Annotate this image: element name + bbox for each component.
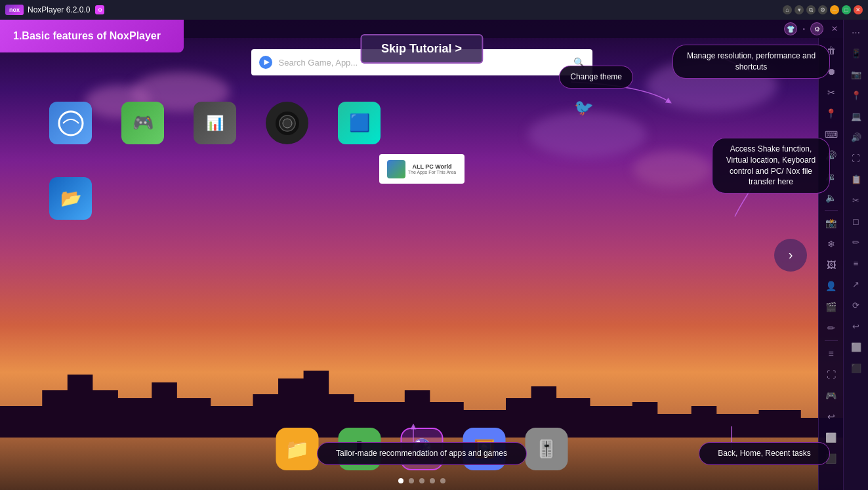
outer-cut-icon[interactable]: ✂ [846, 190, 866, 210]
sidebar-undo-icon[interactable]: ↩ [821, 407, 841, 426]
tutorial-banner: 1.Basic features of NoxPlayer [0, 20, 184, 52]
close-emulator-x[interactable]: ✕ [831, 24, 838, 33]
tooltip-change-theme-text: Change theme [570, 72, 622, 81]
outer-volume-icon[interactable]: 🔊 [846, 127, 866, 147]
svg-point-2 [59, 112, 83, 135]
dot-3[interactable] [419, 478, 424, 483]
outer-recent-icon[interactable]: ⬛ [846, 358, 866, 378]
outer-arrow-icon[interactable]: ↗ [846, 274, 866, 294]
sidebar-video-icon[interactable]: 🎬 [821, 297, 841, 317]
tooltip-tailor-text: Tailor-made recommendation of apps and g… [336, 449, 507, 458]
outer-home-icon[interactable]: ⬜ [846, 337, 866, 357]
sidebar-gamepad-icon[interactable]: 🎮 [821, 386, 841, 405]
dot-5[interactable] [440, 478, 445, 483]
tooltip-access-shake-text: Access Shake function, Virtual location,… [726, 144, 816, 186]
theme-shirt-icon[interactable]: 👕 [784, 22, 797, 35]
app-icon-es-explorer[interactable]: 📂 [49, 177, 92, 220]
outer-clipboard-icon[interactable]: 📋 [846, 169, 866, 189]
app-row-1: 🎮 📊 🟦 [49, 102, 381, 144]
nox-logo-icon: nox [5, 5, 24, 15]
tooltip-back-home-text: Back, Home, Recent tasks [718, 449, 810, 458]
app-row-2: 📂 [49, 177, 92, 220]
outer-location-icon[interactable]: 📍 [846, 85, 866, 105]
tooltip-change-theme: Change theme [559, 66, 633, 89]
outer-menu-icon[interactable]: ≡ [846, 253, 866, 273]
title-bar: nox NoxPlayer 6.2.0.0 ⚙ ⌂ ▾ ⧉ ⚙ ─ □ ✕ [0, 0, 868, 20]
svg-point-5 [283, 119, 292, 128]
outer-keyboard-icon[interactable]: 💻 [846, 106, 866, 126]
outer-right-panel: ⋯ 📱 📷 📍 💻 🔊 ⛶ 📋 ✂ ◻ ✏ ≡ ↗ ⟳ ↩ ⬜ ⬛ [843, 20, 868, 490]
multi-window-btn[interactable]: ⧉ [806, 5, 816, 14]
dot-4[interactable] [430, 478, 435, 483]
sidebar-gallery-icon[interactable]: 🖼 [821, 255, 841, 275]
cloud-4 [633, 151, 712, 187]
next-arrow-button[interactable]: › [774, 239, 807, 272]
outer-back-icon[interactable]: ↩ [846, 316, 866, 336]
maximize-btn[interactable]: □ [842, 5, 851, 14]
sidebar-menu-icon[interactable]: ≡ [821, 344, 841, 363]
pagination-dots [398, 478, 445, 483]
settings-window-btn[interactable]: ⚙ [818, 5, 827, 14]
play-store-icon [259, 56, 272, 69]
allpc-subtitle: The Apps For This Area [408, 170, 456, 174]
app-title: NoxPlayer 6.2.0.0 [28, 5, 90, 14]
cloud-3 [528, 112, 646, 157]
allpc-world-banner: ALL PC World The Apps For This Area [379, 154, 465, 184]
version-badge: ⚙ [95, 5, 104, 14]
window-controls: ⌂ ▾ ⧉ ⚙ ─ □ ✕ [783, 5, 863, 14]
tooltip-back-home: Back, Home, Recent tasks [699, 442, 830, 465]
outer-more-icon[interactable]: ⋯ [846, 22, 866, 42]
outer-screenshot-icon[interactable]: 📷 [846, 64, 866, 84]
sidebar-scissors-icon[interactable]: ✂ [821, 83, 841, 102]
allpc-logo-icon [387, 160, 405, 178]
tooltip-access-shake: Access Shake function, Virtual location,… [712, 138, 830, 194]
outer-expand-icon[interactable]: ⛶ [846, 148, 866, 168]
bird-silhouette: 🐦 [574, 98, 594, 117]
sidebar-location-icon[interactable]: 📍 [821, 104, 841, 123]
sidebar-expand-icon[interactable]: ⛶ [821, 365, 841, 384]
tooltip-manage-resolution: Manage resolution, performance and short… [672, 45, 830, 79]
dropdown-btn[interactable]: ▾ [795, 5, 804, 14]
sidebar-account-icon[interactable]: 👤 [821, 276, 841, 296]
minimize-btn[interactable]: ─ [830, 5, 839, 14]
dot-2[interactable] [409, 478, 414, 483]
sidebar-screenshot-icon[interactable]: 📸 [821, 213, 841, 233]
close-btn[interactable]: ✕ [854, 5, 863, 14]
sidebar-pen-icon[interactable]: ✏ [821, 318, 841, 338]
emulator-top-icons: 👕 • ⚙ ✕ [784, 22, 838, 35]
sidebar-divider-2 [825, 340, 838, 341]
app-icon-puzzle[interactable]: 🟦 [338, 102, 381, 144]
skip-tutorial-button[interactable]: Skip Tutorial > [360, 34, 483, 64]
tooltip-tailor-made: Tailor-made recommendation of apps and g… [317, 442, 527, 465]
outer-phone-icon[interactable]: 📱 [846, 43, 866, 63]
dock-icon-files[interactable]: 📁 [276, 428, 318, 470]
dot-1[interactable] [398, 478, 403, 483]
allpc-title: ALL PC World [408, 163, 456, 170]
emulator-area: 🐦 nox 👕 • ⚙ ✕ 1.Basic features of NoxPla… [0, 20, 843, 490]
main-layout: 🐦 nox 👕 • ⚙ ✕ 1.Basic features of NoxPla… [0, 20, 868, 490]
dock-icon-equalizer[interactable]: 🎚️ [525, 428, 568, 470]
tutorial-banner-text: 1.Basic features of NoxPlayer [13, 30, 161, 41]
sidebar-freeze-icon[interactable]: ❄ [821, 234, 841, 254]
app-icon-video[interactable]: 📊 [194, 102, 236, 144]
app-icon-cent-browser[interactable] [49, 102, 92, 144]
sidebar-divider-1 [825, 210, 838, 211]
app-icon-camera[interactable] [266, 102, 308, 144]
app-icon-appcenter[interactable]: 🎮 [121, 102, 164, 144]
emulator-right-sidebar: 🗑 ⏺ ✂ 📍 ⌨ 🔊 🔉 🔈 📸 ❄ 🖼 👤 🎬 ✏ ≡ ⛶ 🎮 ↩ ⬜ ⬛ [818, 38, 843, 490]
outer-refresh-icon[interactable]: ⟳ [846, 295, 866, 315]
tooltip-manage-res-text: Manage resolution, performance and short… [687, 51, 816, 71]
dots-separator: • [802, 26, 805, 33]
home-window-btn[interactable]: ⌂ [783, 5, 792, 14]
outer-resize-icon[interactable]: ◻ [846, 211, 866, 231]
settings-gear-icon[interactable]: ⚙ [810, 22, 823, 35]
titlebar-logo-group: nox NoxPlayer 6.2.0.0 ⚙ [5, 5, 104, 15]
outer-pen-icon[interactable]: ✏ [846, 232, 866, 252]
